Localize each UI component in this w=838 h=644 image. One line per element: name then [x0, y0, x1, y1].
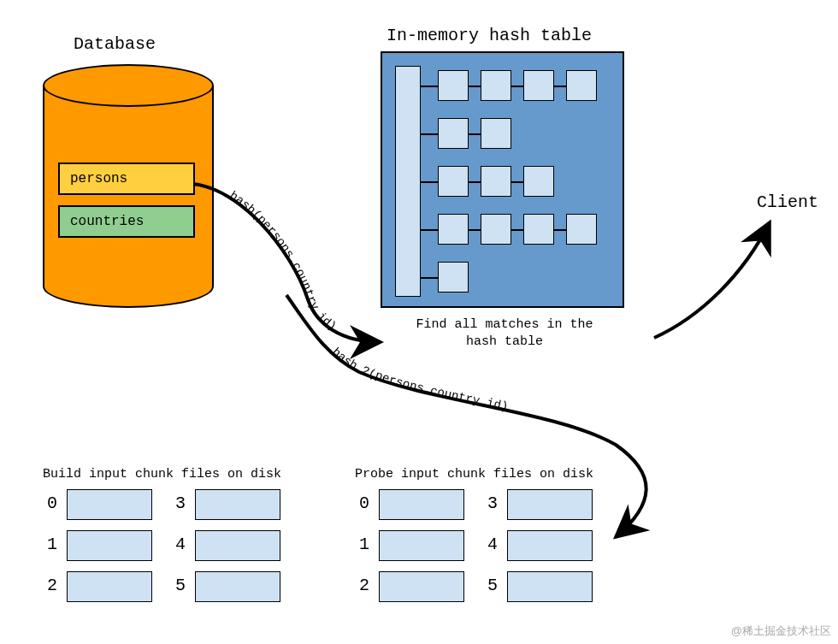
bucket-connector [421, 229, 438, 231]
chunk-index: 1 [359, 535, 369, 554]
chunk-index: 0 [47, 493, 57, 513]
hash-bucket [566, 70, 597, 101]
bucket-connector [421, 86, 438, 87]
svg-text:hash_2(persons.country_id): hash_2(persons.country_id) [329, 345, 510, 413]
chunk-index: 4 [175, 535, 186, 554]
chunk-index: 5 [487, 576, 498, 595]
bucket-connector [469, 86, 481, 87]
bucket-connector [511, 229, 523, 231]
chunk-index: 2 [47, 576, 57, 595]
db-table-countries: countries [58, 205, 195, 238]
bucket-connector [469, 133, 481, 135]
hash-bucket [481, 118, 511, 149]
watermark: @稀土掘金技术社区 [731, 623, 831, 639]
bucket-connector [511, 181, 523, 183]
chunk-file [507, 530, 593, 561]
hash-bucket [566, 214, 597, 245]
hash-bucket [438, 214, 469, 245]
bucket-connector [469, 181, 481, 183]
hash-bucket [481, 214, 511, 245]
db-table-persons: persons [58, 162, 195, 195]
chunk-file [379, 571, 464, 602]
bucket-connector [511, 86, 523, 87]
database-cylinder: persons countries [43, 64, 214, 287]
chunk-index: 1 [47, 535, 57, 554]
hash-bucket [523, 214, 554, 245]
bucket-connector [421, 181, 438, 183]
chunk-file [195, 571, 280, 602]
svg-text:hash(persons.country_id): hash(persons.country_id) [227, 188, 339, 334]
db-top-ellipse [43, 64, 214, 107]
find-matches-label: Find all matches in the hash table [398, 316, 611, 350]
bucket-connector [421, 133, 438, 135]
chunk-file [379, 489, 464, 520]
chunk-file [67, 530, 152, 561]
chunk-index: 0 [359, 493, 369, 513]
chunk-file [195, 530, 280, 561]
chunk-index: 2 [359, 576, 369, 595]
chunk-file [379, 530, 464, 561]
hash-bucket [438, 262, 469, 292]
chunk-file [507, 489, 593, 520]
hash-bucket [438, 166, 469, 197]
hash-table-box [381, 51, 624, 308]
probe-chunks-label: Probe input chunk files on disk [355, 466, 593, 483]
hash-bucket [438, 70, 469, 101]
chunk-file [67, 571, 152, 602]
client-label: Client [757, 192, 818, 212]
hash-bucket [523, 166, 554, 197]
build-chunks-label: Build input chunk files on disk [43, 466, 281, 483]
hash-bucket [523, 70, 554, 101]
chunk-file [507, 571, 593, 602]
hash-bucket [481, 166, 511, 197]
chunk-index: 3 [487, 493, 498, 513]
bucket-connector [469, 229, 481, 231]
bucket-connector [554, 229, 566, 231]
chunk-index: 3 [175, 493, 186, 513]
chunk-file [195, 489, 280, 520]
bucket-connector [421, 277, 438, 279]
hash-bucket [438, 118, 469, 149]
hash2-fn-label: hash_2(persons.country_id) [329, 345, 510, 413]
bucket-connector [554, 86, 566, 87]
chunk-index: 4 [487, 535, 498, 554]
hash-fn-label: hash(persons.country_id) [227, 188, 339, 334]
chunk-index: 5 [175, 576, 186, 595]
hash-column [395, 66, 421, 297]
database-label: Database [74, 34, 156, 54]
hash-bucket [481, 70, 511, 101]
chunk-file [67, 489, 152, 520]
hashtable-label: In-memory hash table [387, 26, 592, 45]
